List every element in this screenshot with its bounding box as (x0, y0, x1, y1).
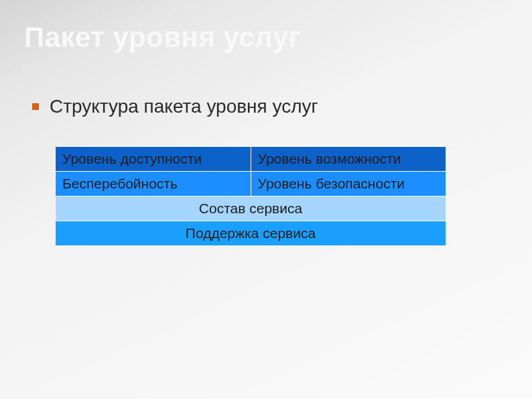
table-row: Поддержка сервиса (56, 221, 446, 246)
table-row: Уровень доступности Уровень возможности (56, 147, 446, 172)
cell-capability-level: Уровень возможности (251, 147, 446, 172)
cell-continuity: Бесперебойность (56, 172, 251, 196)
table-row: Бесперебойность Уровень безопасности (56, 172, 446, 196)
subtitle-row: Структура пакета уровня услуг (32, 96, 318, 117)
slide-subtitle: Структура пакета уровня услуг (50, 96, 318, 117)
cell-service-support: Поддержка сервиса (56, 221, 446, 246)
bullet-icon (32, 103, 39, 110)
cell-security-level: Уровень безопасности (251, 172, 446, 196)
table-row: Состав сервиса (56, 196, 446, 221)
service-package-table: Уровень доступности Уровень возможности … (55, 146, 446, 246)
cell-service-composition: Состав сервиса (56, 196, 446, 221)
slide-title: Пакет уровня услуг (24, 21, 301, 54)
cell-availability-level: Уровень доступности (56, 147, 251, 172)
